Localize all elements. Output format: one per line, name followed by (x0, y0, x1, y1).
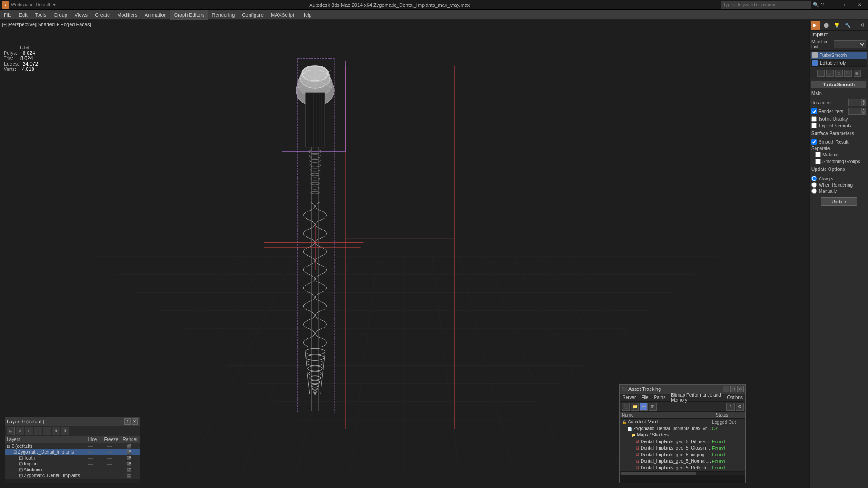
layers-scrollbar[interactable] (5, 479, 140, 483)
sub-obj-border[interactable]: □ (835, 70, 843, 77)
smoothing-groups-checkbox[interactable] (815, 159, 821, 164)
asset-row[interactable]: 🔒Autodesk Vault Logged Out (620, 419, 745, 426)
workspace-dropdown[interactable]: ▼ (52, 2, 57, 7)
asset-tb-help[interactable]: ? (726, 403, 735, 411)
asset-row[interactable]: 📁Maps / Shaders (620, 432, 745, 439)
render-iters-up[interactable]: ▲ (862, 108, 866, 111)
modifier-name: TurboSmooth (820, 53, 847, 58)
menu-group[interactable]: Group (50, 10, 71, 20)
render-iters-checkbox[interactable] (811, 108, 817, 114)
asset-tb-folder[interactable]: 📁 (631, 403, 639, 411)
layers-help-button[interactable]: ? (124, 418, 131, 425)
layers-new-button[interactable]: + (25, 427, 33, 435)
rp-motion-btn[interactable]: ⬤ (821, 21, 830, 30)
maximize-button[interactable]: □ (839, 0, 853, 10)
materials-checkbox[interactable] (815, 152, 821, 157)
layers-close-button[interactable]: ✕ (132, 418, 138, 425)
sub-obj-poly[interactable]: ⬛ (844, 70, 852, 77)
layer-hide: — (81, 455, 100, 460)
minimize-button[interactable]: ─ (826, 0, 839, 10)
verts-value: 4,018 (22, 66, 34, 72)
asset-tb-path[interactable]: ⬛ (622, 403, 630, 411)
rp-utils-btn[interactable]: 🔧 (843, 21, 852, 30)
asset-menu-file[interactable]: File (638, 394, 651, 402)
asset-row[interactable]: 🖼Dental_Implants_geo_5_Glossiness.png Fo… (620, 445, 745, 452)
asset-tb-detail[interactable]: ⊞ (649, 403, 657, 411)
manually-radio[interactable] (811, 188, 817, 194)
layers-add-button[interactable]: ↑ (34, 427, 42, 435)
menu-configure[interactable]: Configure (238, 10, 267, 20)
asset-menu-bitmap[interactable]: Bitmap Performance and Memory (668, 394, 724, 402)
iterations-spinner[interactable]: 0 ▲ ▼ (848, 99, 866, 106)
layer-hide: — (81, 461, 100, 466)
menu-views[interactable]: Views (71, 10, 91, 20)
asset-status: Found (712, 446, 744, 451)
update-button[interactable]: Update (821, 197, 857, 206)
asset-menu-server[interactable]: Server (620, 394, 638, 402)
asset-row[interactable]: 🖼Dental_Implants_geo_5_Normal.png Found (620, 458, 745, 465)
sub-obj-edge[interactable]: / (826, 70, 834, 77)
layer-row[interactable]: ⊟ 0 (default) — — 🎬 (5, 443, 140, 449)
layer-row[interactable]: ⊟ Zygomatic_Dental_Implants — — 🎬 (5, 449, 140, 455)
layer-row[interactable]: ⊡ Tooth — — 🎬 (5, 455, 140, 461)
asset-close-button[interactable]: ✕ (737, 386, 744, 392)
menu-modifiers[interactable]: Modifiers (113, 10, 141, 20)
search-input[interactable] (721, 1, 811, 9)
asset-row[interactable]: 📄Zygomatic_Dental_Implants_max_vray.max … (620, 426, 745, 432)
asset-name: 🖼Dental_Implants_geo_5_Diffuse.png (622, 439, 712, 445)
modifier-turbosm[interactable]: TurboSmooth (811, 52, 867, 59)
menu-create[interactable]: Create (91, 10, 113, 20)
menu-graph-editors[interactable]: Graph Editors (170, 10, 208, 20)
asset-menu-paths[interactable]: Paths (651, 394, 669, 402)
edges-value: 24,072 (23, 61, 38, 66)
menu-animation[interactable]: Animation (141, 10, 170, 20)
layer-freeze: — (100, 455, 119, 460)
menu-tools[interactable]: Tools (31, 10, 50, 20)
rp-cmd-panel-btn[interactable]: ▶ (811, 21, 820, 30)
search-icon[interactable]: 🔍 (813, 2, 819, 8)
iterations-input[interactable]: 0 (848, 99, 862, 106)
layer-row[interactable]: ⊡ Zygomatic_Dental_Implants — — 🎬 (5, 473, 140, 479)
asset-row[interactable]: 🖼Dental_Implants_geo_5_Diffuse.png Found (620, 439, 745, 446)
asset-row[interactable]: 🖼Dental_Implants_geo_5_ior.png Found (620, 452, 745, 459)
render-iters-input[interactable]: 2 (848, 108, 862, 115)
asset-tb-settings[interactable]: ⚙ (736, 403, 744, 411)
total-label: Total (19, 45, 29, 50)
layers-titlebar[interactable]: Layer: 0 (default) ? ✕ (5, 417, 140, 426)
explicit-normals-checkbox[interactable] (811, 123, 817, 128)
isoline-checkbox[interactable] (811, 116, 817, 122)
asset-maximize-button[interactable]: □ (730, 386, 736, 392)
asset-row[interactable]: 🖼Dental_Implants_geo_5_Reflection.png Fo… (620, 465, 745, 472)
rp-display-btn[interactable]: 💡 (832, 21, 841, 30)
rp-extra-btn[interactable]: ⚙ (858, 21, 867, 30)
surface-section-label: Surface Parameters (811, 130, 866, 137)
asset-minimize-button[interactable]: ─ (723, 386, 729, 392)
smooth-result-checkbox[interactable] (811, 139, 817, 145)
layers-delete-button[interactable]: ✕ (16, 427, 24, 435)
menu-help[interactable]: Help (298, 10, 316, 20)
layer-row[interactable]: ⊡ Implant — — 🎬 (5, 461, 140, 467)
when-rendering-radio[interactable] (811, 182, 817, 188)
layers-up-button[interactable]: ⬆ (52, 427, 60, 435)
menu-edit[interactable]: Edit (15, 10, 31, 20)
render-iters-down[interactable]: ▼ (862, 111, 866, 115)
always-radio[interactable] (811, 176, 817, 181)
menu-file[interactable]: File (0, 10, 15, 20)
iterations-down[interactable]: ▼ (862, 103, 866, 106)
sub-obj-vert[interactable]: · (817, 70, 825, 77)
sub-obj-elem[interactable]: ⊞ (854, 70, 861, 77)
modifier-editpoly[interactable]: Editable Poly (811, 59, 867, 67)
asset-scrollbar[interactable] (620, 471, 745, 475)
viewport[interactable]: [+][Perspective][Shaded + Edged Faces] T… (0, 20, 809, 488)
menu-rendering[interactable]: Rendering (208, 10, 239, 20)
modifier-list-dropdown[interactable] (834, 40, 866, 48)
menu-maxscript[interactable]: MAXScript (267, 10, 298, 20)
layer-row[interactable]: ⊡ Abutment — — 🎬 (5, 467, 140, 473)
layers-down-button[interactable]: ⬇ (61, 427, 69, 435)
asset-tb-list[interactable]: ☰ (640, 403, 648, 411)
render-iters-spinner[interactable]: 2 ▲ ▼ (848, 108, 866, 115)
close-button[interactable]: ✕ (853, 0, 866, 10)
iterations-up[interactable]: ▲ (862, 99, 866, 103)
layers-remove-button[interactable]: ↓ (43, 427, 51, 435)
asset-menu-options[interactable]: Options (725, 394, 745, 402)
